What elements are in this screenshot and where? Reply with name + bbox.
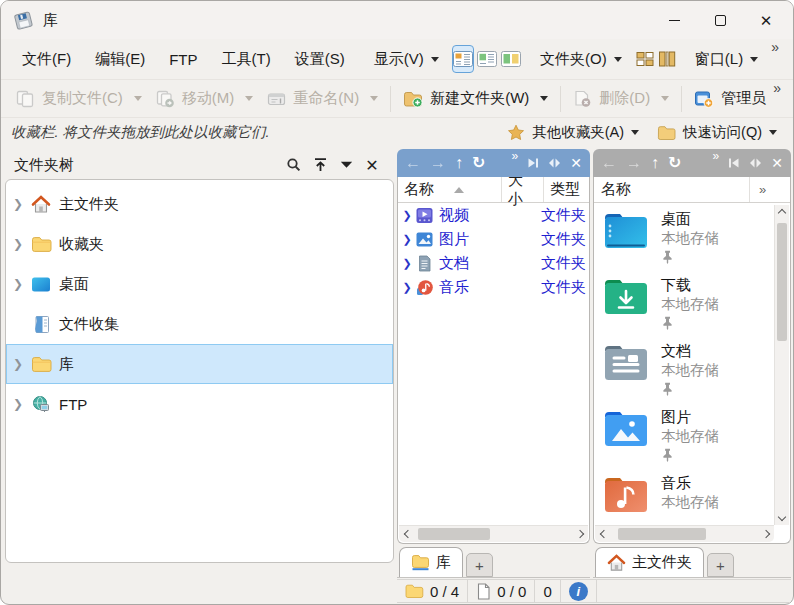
expander-icon[interactable]: ❯ — [13, 197, 30, 211]
toolbar-overflow-button[interactable]: » — [773, 80, 785, 106]
pane-overflow-button[interactable]: » — [512, 149, 519, 163]
copy-button[interactable]: 复制文件(C) — [9, 84, 149, 113]
menubar-overflow-button[interactable]: » — [771, 39, 783, 65]
scroll-left-arrow[interactable] — [595, 526, 612, 542]
back-button[interactable]: ← — [405, 155, 421, 171]
ftp-globe-icon — [30, 394, 52, 414]
column-type[interactable]: 类型 — [544, 177, 589, 202]
place-row-desktop[interactable]: 桌面 本地存储 — [594, 203, 774, 269]
view-dual-panel-button[interactable] — [500, 45, 522, 73]
forward-button[interactable]: → — [430, 155, 446, 171]
split-vertical-button[interactable] — [657, 45, 677, 73]
view-details-tree-button[interactable] — [452, 45, 474, 73]
tree-search-button[interactable] — [281, 157, 307, 173]
expander-icon[interactable]: ❯ — [398, 257, 416, 270]
up-button[interactable]: ↑ — [455, 155, 463, 171]
scrollbar-thumb[interactable] — [418, 528, 490, 540]
expander-icon[interactable]: ❯ — [13, 237, 30, 251]
menu-window[interactable]: 窗口(L) — [684, 44, 769, 75]
expander-icon[interactable]: ❯ — [13, 397, 30, 411]
other-favorites-button[interactable]: 其他收藏夹(A) — [501, 120, 645, 145]
swap-panes-button[interactable] — [548, 155, 561, 172]
open-left-pane-button[interactable] — [728, 155, 740, 172]
place-row-music[interactable]: 音乐 本地存储 — [594, 467, 774, 526]
scrollbar-thumb[interactable] — [777, 223, 787, 341]
expander-icon[interactable]: ❯ — [13, 277, 30, 291]
tab-library[interactable]: 库 — [399, 547, 463, 577]
split-horizontal-button[interactable] — [635, 45, 655, 73]
close-button[interactable]: ✕ — [743, 1, 789, 39]
back-button[interactable]: ← — [601, 155, 617, 171]
maximize-button[interactable] — [697, 1, 743, 39]
new-tab-button[interactable]: + — [707, 553, 734, 577]
file-row-documents[interactable]: ❯ 文档 文件夹 — [398, 251, 589, 275]
pane-overflow-button[interactable]: » — [713, 149, 720, 163]
expander-icon[interactable]: ❯ — [398, 209, 416, 222]
column-name[interactable]: 名称 — [594, 180, 749, 199]
minimize-button[interactable] — [651, 1, 697, 39]
file-row-videos[interactable]: ❯ 视频 文件夹 — [398, 203, 589, 227]
scroll-up-arrow[interactable] — [775, 205, 789, 221]
place-row-downloads[interactable]: 下载 本地存储 — [594, 269, 774, 335]
view-single-panel-button[interactable] — [476, 45, 498, 73]
menu-edit[interactable]: 编辑(E) — [84, 44, 156, 75]
columns-overflow[interactable]: » — [749, 177, 775, 202]
scroll-left-arrow[interactable] — [399, 526, 416, 542]
tab-home[interactable]: 主文件夹 — [595, 547, 704, 577]
menu-ftp[interactable]: FTP — [158, 45, 208, 74]
scroll-right-arrow[interactable] — [757, 526, 774, 542]
pin-icon[interactable] — [661, 382, 674, 396]
new-folder-button[interactable]: 新建文件夹(W) — [396, 84, 555, 113]
close-pane-button[interactable]: ✕ — [570, 156, 582, 170]
scroll-down-arrow[interactable] — [775, 509, 789, 525]
refresh-button[interactable]: ↻ — [472, 155, 485, 171]
forward-button[interactable]: → — [626, 155, 642, 171]
scrollbar-thumb[interactable] — [618, 528, 706, 540]
tree-item-favorites[interactable]: ❯ 收藏夹 — [6, 224, 393, 264]
tree-item-ftp[interactable]: ❯ FTP — [6, 384, 393, 424]
status-info-button[interactable]: i — [561, 580, 597, 603]
column-size[interactable]: 大小 — [502, 177, 544, 202]
tree-item-library[interactable]: ❯ 库 — [6, 344, 393, 384]
move-button[interactable]: 移动(M) — [149, 84, 261, 113]
horizontal-scrollbar[interactable] — [595, 525, 774, 542]
column-name[interactable]: 名称 — [398, 177, 502, 202]
tree-item-desktop[interactable]: ❯ 桌面 — [6, 264, 393, 304]
place-row-documents[interactable]: 文档 本地存储 — [594, 335, 774, 401]
admin-button[interactable]: 管理员 — [687, 84, 773, 113]
rename-button[interactable]: 重命名(N) — [260, 84, 385, 113]
menu-folders[interactable]: 文件夹(O) — [529, 44, 633, 75]
tree-item-file-collection[interactable]: 文件收集 — [6, 304, 393, 344]
file-row-music[interactable]: ❯ 音乐 文件夹 — [398, 275, 589, 299]
new-tab-button[interactable]: + — [466, 553, 493, 577]
up-button[interactable]: ↑ — [651, 155, 659, 171]
open-right-pane-button[interactable] — [527, 155, 539, 172]
menu-tools[interactable]: 工具(T) — [211, 44, 282, 75]
tree-item-home[interactable]: ❯ 主文件夹 — [6, 184, 393, 224]
file-row-pictures[interactable]: ❯ 图片 文件夹 — [398, 227, 589, 251]
expander-icon[interactable]: ❯ — [398, 281, 416, 294]
pin-icon[interactable] — [661, 316, 674, 330]
split-vertical-icon — [658, 51, 676, 67]
tree-close-button[interactable]: ✕ — [359, 156, 385, 175]
pin-icon[interactable] — [661, 250, 674, 264]
place-row-pictures[interactable]: 图片 本地存储 — [594, 401, 774, 467]
delete-button[interactable]: 删除(D) — [566, 84, 676, 113]
menu-file[interactable]: 文件(F) — [11, 44, 82, 75]
horizontal-scrollbar[interactable] — [399, 525, 588, 542]
close-pane-button[interactable]: ✕ — [771, 156, 783, 170]
vertical-scrollbar[interactable] — [774, 205, 789, 525]
status-empty — [597, 580, 791, 603]
scroll-right-arrow[interactable] — [571, 526, 588, 542]
expander-icon[interactable]: ❯ — [398, 233, 416, 246]
document-icon — [416, 255, 433, 272]
menu-view[interactable]: 显示(V) — [363, 44, 450, 75]
expander-icon[interactable]: ❯ — [13, 357, 30, 371]
menu-settings[interactable]: 设置(S) — [284, 44, 356, 75]
quick-access-button[interactable]: 快速访问(Q) — [651, 120, 783, 145]
refresh-button[interactable]: ↻ — [668, 155, 681, 171]
pin-icon[interactable] — [661, 448, 674, 462]
tree-menu-button[interactable] — [333, 161, 359, 169]
swap-panes-button[interactable] — [749, 155, 762, 172]
tree-collapse-all-button[interactable] — [307, 157, 333, 173]
